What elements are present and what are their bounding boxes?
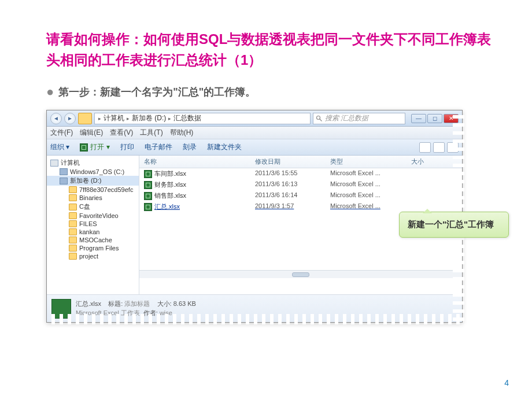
file-row[interactable]: 财务部.xlsx 2011/3/6 16:13 Microsoft Excel … [139,179,462,190]
tree-folder[interactable]: Binaries [47,194,139,202]
folder-icon [69,237,77,243]
folder-icon [69,194,77,201]
tree-folder[interactable]: FILES [47,220,139,228]
view-mode-button[interactable] [419,142,431,153]
folder-icon [69,212,77,219]
menu-file[interactable]: 文件(F) [50,128,73,138]
excel-large-icon [51,299,71,319]
tb-newfolder[interactable]: 新建文件夹 [207,142,242,152]
excel-icon [144,170,152,178]
page-number: 4 [504,378,509,387]
dp-filetype: Microsoft Excel 工作表 [76,309,140,316]
excel-icon [144,181,152,189]
tree-folder[interactable]: Program Files [47,244,139,252]
search-icon [316,115,323,122]
step-text: 第一步：新建一个名字为"汇总"的工作簿。 [58,85,256,99]
col-name[interactable]: 名称 [139,157,255,166]
tb-print[interactable]: 打印 [120,142,134,152]
col-date[interactable]: 修改日期 [255,157,330,166]
tree-d-drive[interactable]: 新加卷 (D:) [47,176,139,186]
tb-open[interactable]: 打开 ▾ [80,142,109,152]
tree-c-drive[interactable]: Windows7_OS (C:) [47,168,139,176]
search-placeholder: 搜索 汇总数据 [325,113,368,123]
bullet-icon: ● [46,84,54,99]
menubar: 文件(F) 编辑(E) 查看(V) 工具(T) 帮助(H) [47,127,462,139]
tree-computer[interactable]: 计算机 [47,158,139,168]
tb-burn[interactable]: 刻录 [183,142,197,152]
tb-organize[interactable]: 组织 ▾ [50,142,69,152]
help-button[interactable] [447,142,459,153]
menu-view[interactable]: 查看(V) [110,128,133,138]
search-input[interactable]: 搜索 汇总数据 [313,113,405,124]
tree-folder[interactable]: kankan [47,228,139,236]
menu-tools[interactable]: 工具(T) [140,128,162,138]
menu-help[interactable]: 帮助(H) [170,128,194,138]
tree-folder[interactable]: MSOCache [47,236,139,244]
crumb-folder[interactable]: 汇总数据 [173,113,201,123]
step-line: ● 第一步：新建一个名字为"汇总"的工作簿。 [46,84,492,99]
callout-bubble: 新建一个"汇总"工作簿 [399,212,509,238]
breadcrumb[interactable]: ▸ 计算机 ▸ 新加卷 (D:) ▸ 汇总数据 [94,113,311,124]
excel-icon [80,143,88,152]
excel-icon [144,203,152,211]
excel-icon [144,192,152,200]
folder-icon [69,220,77,227]
tree-folder[interactable]: project [47,252,139,260]
slide-title: 请看如何操作：如何使用SQL与数据透视表把同一文件夹下不同工作簿表头相同的工作表… [46,29,492,71]
folder-icon [69,204,77,210]
drive-icon [60,168,68,175]
file-row-selected[interactable]: 汇总.xlsx 2011/9/3 1:57 Microsoft Excel ..… [139,201,462,212]
crumb-computer[interactable]: 计算机 [104,113,124,123]
close-button[interactable]: ✕ [444,114,459,123]
nav-tree: 计算机 Windows7_OS (C:) 新加卷 (D:) 7ff88e307e… [47,156,139,294]
tree-folder[interactable]: FavoriteVideo [47,212,139,220]
titlebar: ◄ ► ▸ 计算机 ▸ 新加卷 (D:) ▸ 汇总数据 搜索 汇总数据 — [47,110,462,127]
details-pane: 汇总.xlsx 标题: 添加标题 大小: 8.63 KB Microsoft E… [47,294,462,322]
tree-folder[interactable]: 7ff88e307ecd59efc [47,186,139,194]
svg-line-1 [320,119,322,121]
tb-email[interactable]: 电子邮件 [145,142,172,152]
toolbar: 组织 ▾ 打开 ▾ 打印 电子邮件 刻录 新建文件夹 [47,139,462,156]
folder-icon [69,253,77,260]
col-size[interactable]: 大小 [411,157,434,166]
nav-forward-button[interactable]: ► [64,113,76,124]
h-scrollbar[interactable] [139,270,462,278]
drive-icon [60,178,68,184]
dp-filename: 汇总.xlsx [76,300,101,307]
menu-edit[interactable]: 编辑(E) [80,128,103,138]
svg-point-0 [317,116,320,119]
computer-icon [50,160,58,167]
col-type[interactable]: 类型 [330,157,411,166]
column-headers: 名称 修改日期 类型 大小 [139,156,462,168]
tree-folder[interactable]: C盘 [47,202,139,212]
folder-up-button[interactable] [78,113,92,124]
folder-icon [69,186,77,193]
file-row[interactable]: 车间部.xlsx 2011/3/6 15:55 Microsoft Excel … [139,168,462,179]
nav-back-button[interactable]: ◄ [50,113,62,124]
preview-pane-button[interactable] [433,142,445,153]
crumb-drive[interactable]: 新加卷 (D:) [132,113,166,123]
folder-icon [69,245,77,252]
maximize-button[interactable]: ◻ [427,114,442,123]
minimize-button[interactable]: — [411,114,426,123]
file-row[interactable]: 销售部.xlsx 2011/3/6 16:14 Microsoft Excel … [139,190,462,201]
folder-icon [69,228,77,235]
